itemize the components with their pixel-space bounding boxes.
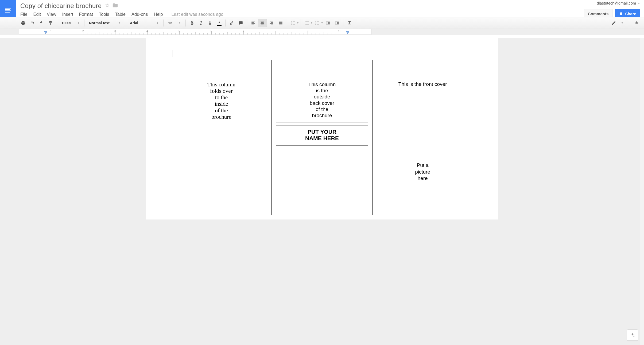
clear-formatting-button[interactable]	[345, 19, 354, 27]
chevron-down-icon: ▼	[179, 22, 181, 24]
front-cover-text[interactable]: This is the front cover	[375, 81, 470, 87]
align-left-button[interactable]	[249, 19, 258, 27]
star-icon[interactable]	[105, 3, 110, 9]
font-value: Arial	[130, 21, 138, 25]
menu-edit[interactable]: Edit	[33, 12, 41, 17]
name-box[interactable]: PUT YOUR NAME HERE	[276, 125, 368, 145]
insert-comment-button[interactable]	[236, 19, 245, 27]
chevron-down-icon: ▼	[311, 22, 313, 24]
chevron-down-icon: ▼	[321, 22, 323, 24]
text-color-button[interactable]	[215, 19, 224, 27]
chevron-down-icon: ▼	[156, 22, 159, 24]
redo-button[interactable]	[37, 19, 46, 27]
right-indent-marker[interactable]	[346, 31, 349, 34]
lock-icon	[619, 12, 623, 16]
paint-format-button[interactable]	[46, 19, 55, 27]
paragraph-style-value: Normal text	[89, 21, 110, 25]
share-label: Share	[625, 11, 636, 16]
decrease-indent-button[interactable]	[323, 19, 332, 27]
menu-insert[interactable]: Insert	[62, 12, 73, 17]
italic-button[interactable]	[196, 19, 205, 27]
increase-indent-button[interactable]	[332, 19, 342, 27]
name-box-line1: PUT YOUR	[278, 129, 366, 135]
divider	[276, 122, 368, 122]
menu-table[interactable]: Table	[115, 12, 126, 17]
menubar: File Edit View Insert Format Tools Table…	[20, 10, 644, 17]
last-edit-text[interactable]: Last edit was seconds ago	[171, 12, 223, 17]
insert-link-button[interactable]	[227, 19, 236, 27]
menu-format[interactable]: Format	[79, 12, 93, 17]
align-right-button[interactable]	[267, 19, 276, 27]
align-center-button[interactable]	[258, 19, 267, 27]
text-cursor	[173, 50, 173, 57]
brochure-column-1[interactable]: This columnfolds overto theinsideof theb…	[171, 60, 272, 215]
line-spacing-button[interactable]	[289, 19, 298, 27]
document-title[interactable]: Copy of chiccarine brochure	[20, 2, 102, 10]
vertical-scrollbar[interactable]	[640, 38, 644, 345]
undo-button[interactable]	[28, 19, 37, 27]
page[interactable]: This columnfolds overto theinsideof theb…	[146, 38, 498, 220]
menu-view[interactable]: View	[47, 12, 56, 17]
left-indent-marker[interactable]	[44, 31, 47, 34]
comments-label: Comments	[588, 11, 609, 16]
align-justify-button[interactable]	[276, 19, 285, 27]
font-size-value: 12	[168, 21, 172, 25]
brochure-column-2[interactable]: This columnis theoutsideback coverof the…	[272, 60, 373, 215]
menu-addons[interactable]: Add-ons	[131, 12, 148, 17]
chevron-down-icon: ▼	[621, 22, 623, 24]
table-row: This columnfolds overto theinsideof theb…	[171, 60, 473, 215]
zoom-combo[interactable]: 100% ▼	[59, 19, 83, 27]
account-menu[interactable]: dlastutech@gmail.com ▼	[597, 1, 640, 5]
document-scroll-area[interactable]: This columnfolds overto theinsideof theb…	[0, 38, 644, 345]
toolbar: 100% ▼ Normal text ▼ Arial ▼ 12 ▼	[0, 17, 644, 29]
paragraph-style-combo[interactable]: Normal text ▼	[86, 19, 123, 27]
brochure-column-3[interactable]: This is the front cover Put apicturehere	[372, 60, 473, 215]
numbered-list-button[interactable]	[302, 19, 312, 27]
menu-help[interactable]: Help	[154, 12, 163, 17]
picture-placeholder-text[interactable]: Put apicturehere	[375, 162, 470, 182]
svg-point-2	[315, 24, 316, 25]
print-button[interactable]	[19, 19, 28, 27]
svg-point-0	[315, 21, 316, 22]
column-2-text[interactable]: This columnis theoutsideback coverof the…	[274, 81, 370, 118]
zoom-value: 100%	[61, 21, 71, 25]
brochure-table[interactable]: This columnfolds overto theinsideof theb…	[171, 60, 473, 215]
horizontal-ruler[interactable]: 12345678910	[19, 29, 371, 35]
collapse-toolbar-button[interactable]	[632, 19, 641, 27]
font-size-combo[interactable]: 12 ▼	[165, 19, 184, 27]
account-email: dlastutech@gmail.com	[597, 1, 636, 5]
chevron-down-icon: ▼	[638, 2, 640, 5]
font-combo[interactable]: Arial ▼	[127, 19, 162, 27]
menu-tools[interactable]: Tools	[99, 12, 109, 17]
explore-button[interactable]	[627, 329, 638, 341]
column-1-text[interactable]: This columnfolds overto theinsideof theb…	[174, 81, 269, 120]
chevron-down-icon: ▼	[118, 22, 121, 24]
move-to-folder-icon[interactable]	[112, 2, 118, 9]
chevron-down-icon: ▼	[77, 22, 80, 24]
share-button[interactable]: Share	[615, 9, 640, 18]
editing-mode-button[interactable]	[609, 19, 618, 27]
comments-button[interactable]: Comments	[584, 9, 613, 18]
bold-button[interactable]	[187, 19, 196, 27]
underline-button[interactable]	[205, 19, 215, 27]
svg-point-1	[315, 23, 316, 24]
chevron-down-icon: ▼	[297, 22, 299, 24]
menu-file[interactable]: File	[20, 12, 28, 17]
bulleted-list-button[interactable]	[313, 19, 322, 27]
name-box-line2: NAME HERE	[278, 135, 366, 141]
